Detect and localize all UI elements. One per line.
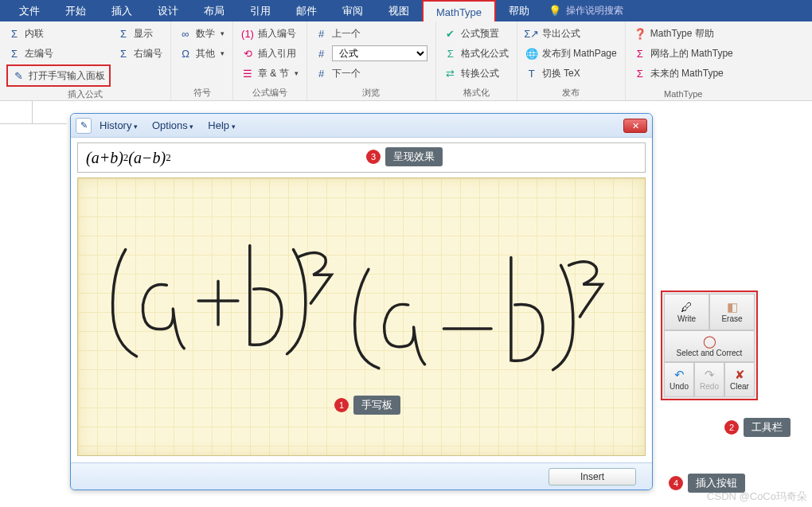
cmd-next[interactable]: #下一个 xyxy=(314,64,429,82)
group-label: 插入公式 xyxy=(6,87,164,100)
hash-icon: # xyxy=(315,67,328,80)
cmd-toggle-tex[interactable]: T切换 TeX xyxy=(524,64,619,82)
badge-2: 2 xyxy=(724,420,739,435)
tab-layout[interactable]: 布局 xyxy=(191,0,237,21)
tex-icon: T xyxy=(525,67,538,80)
tab-review[interactable]: 审阅 xyxy=(330,0,376,21)
hw-bottom-bar: Insert xyxy=(71,462,652,489)
cmd-formula-preset[interactable]: ✔公式预置 xyxy=(443,25,510,42)
tool-write[interactable]: 🖊Write xyxy=(664,294,709,330)
hw-menu-help[interactable]: Help xyxy=(208,119,235,131)
cmd-chapter-section[interactable]: ☰章 & 节▾ xyxy=(240,64,300,82)
tab-insert[interactable]: 插入 xyxy=(99,0,145,21)
group-label: 发布 xyxy=(524,85,619,99)
cmd-left-number[interactable]: Σ左编号 xyxy=(6,45,111,62)
badge-3: 3 xyxy=(366,150,381,164)
tell-me-search[interactable]: 💡 操作说明搜索 xyxy=(548,4,623,18)
ribbon-body: Σ内联 Σ左编号 ✎打开手写输入面板 Σ显示 Σ右编号 插入公式 ∞数学▾ Ω其… xyxy=(0,21,812,101)
cmd-insert-number[interactable]: (1)插入编号 xyxy=(240,25,300,42)
tab-help[interactable]: 帮助 xyxy=(496,0,542,21)
badge-1: 1 xyxy=(334,398,349,412)
watermark: CSDN @CoCo玛奇朵 xyxy=(707,489,807,504)
handwriting-icon: ✎ xyxy=(12,69,25,82)
tab-design[interactable]: 设计 xyxy=(145,0,191,21)
hash-icon: # xyxy=(315,47,328,60)
lightbulb-icon: 💡 xyxy=(548,5,561,17)
group-format: ✔公式预置 Σ格式化公式 ⇄转换公式 格式化 xyxy=(436,21,517,100)
highlight-open-handwriting: ✎打开手写输入面板 xyxy=(6,64,111,87)
hash-icon: # xyxy=(315,27,328,40)
formula-dropdown[interactable]: 公式 xyxy=(332,45,427,61)
cmd-other-symbols[interactable]: Ω其他▾ xyxy=(178,45,226,62)
hw-app-icon: ✎ xyxy=(76,118,92,134)
cmd-inline[interactable]: Σ内联 xyxy=(6,25,111,42)
ribbon-tabs: 文件 开始 插入 设计 布局 引用 邮件 审阅 视图 MathType 帮助 💡… xyxy=(0,0,812,21)
cmd-insert-reference[interactable]: ⟲插入引用 xyxy=(240,45,300,62)
group-browse: #上一个 #公式 #下一个 浏览 xyxy=(307,21,436,100)
group-label: 符号 xyxy=(178,85,226,99)
group-label: 浏览 xyxy=(314,85,429,99)
convert-icon: ⇄ xyxy=(444,67,457,80)
group-symbols: ∞数学▾ Ω其他▾ 符号 xyxy=(171,21,233,100)
callout-label: 手写板 xyxy=(353,396,400,415)
page-edge xyxy=(0,123,67,124)
cmd-display[interactable]: Σ显示 xyxy=(115,25,164,42)
sigma-icon: Σ xyxy=(117,27,130,40)
group-label: 公式编号 xyxy=(240,85,300,99)
tool-redo[interactable]: ↷Redo xyxy=(694,362,724,397)
badge-4: 4 xyxy=(669,476,683,490)
group-insert-formula: Σ内联 Σ左编号 ✎打开手写输入面板 Σ显示 Σ右编号 插入公式 xyxy=(0,21,171,100)
tool-clear[interactable]: ✘Clear xyxy=(724,362,755,397)
close-button[interactable]: ✕ xyxy=(623,119,647,133)
web-icon: Σ xyxy=(634,47,646,60)
reference-icon: ⟲ xyxy=(241,47,254,60)
globe-icon: 🌐 xyxy=(525,47,538,60)
callout-label: 呈现效果 xyxy=(385,147,443,166)
hw-titlebar[interactable]: ✎ History Options Help ✕ xyxy=(71,114,652,138)
cmd-formula-select[interactable]: #公式 xyxy=(314,45,429,62)
cmd-mathtype-future[interactable]: Σ未来的 MathType xyxy=(632,64,735,82)
tab-home[interactable]: 开始 xyxy=(53,0,99,21)
list-icon: ☰ xyxy=(241,67,254,80)
cmd-mathtype-web[interactable]: Σ网络上的 MathType xyxy=(632,45,735,62)
cmd-format-formula[interactable]: Σ格式化公式 xyxy=(443,45,510,62)
redo-icon: ↷ xyxy=(705,369,715,380)
cmd-mathtype-help[interactable]: ❓MathType 帮助 xyxy=(632,25,735,42)
callout-2: 2 工具栏 xyxy=(724,418,791,437)
group-equation-number: (1)插入编号 ⟲插入引用 ☰章 & 节▾ 公式编号 xyxy=(233,21,307,100)
group-label: 格式化 xyxy=(443,85,510,99)
hw-menu-history[interactable]: History xyxy=(100,119,138,131)
cmd-previous[interactable]: #上一个 xyxy=(314,25,429,42)
tool-erase[interactable]: ◧Erase xyxy=(709,294,755,330)
tool-undo[interactable]: ↶Undo xyxy=(664,362,694,397)
group-mathtype: ❓MathType 帮助 Σ网络上的 MathType Σ未来的 MathTyp… xyxy=(626,21,741,100)
infinity-icon: ∞ xyxy=(179,27,192,40)
group-publish: Σ↗导出公式 🌐发布到 MathPage T切换 TeX 发布 xyxy=(517,21,626,100)
sigma-icon: Σ xyxy=(8,27,21,40)
cmd-open-handwriting[interactable]: ✎打开手写输入面板 xyxy=(10,67,107,84)
cmd-math-symbols[interactable]: ∞数学▾ xyxy=(178,25,226,42)
recognition-result: (a + b)2(a − b)2 xyxy=(77,142,646,173)
tab-mathtype[interactable]: MathType xyxy=(422,0,496,21)
cmd-publish-mathpage[interactable]: 🌐发布到 MathPage xyxy=(524,45,619,62)
tab-view[interactable]: 视图 xyxy=(376,0,422,21)
chevron-down-icon: ▾ xyxy=(221,49,224,57)
tool-select-correct[interactable]: ◯Select and Correct xyxy=(664,330,755,362)
number-icon: (1) xyxy=(241,27,254,40)
omega-icon: Ω xyxy=(179,47,192,60)
tab-file[interactable]: 文件 xyxy=(6,0,53,21)
callout-3: 3 呈现效果 xyxy=(366,147,443,166)
insert-button[interactable]: Insert xyxy=(548,468,636,486)
hw-menu-options[interactable]: Options xyxy=(152,119,193,131)
cmd-convert-formula[interactable]: ⇄转换公式 xyxy=(443,64,510,82)
cmd-right-number[interactable]: Σ右编号 xyxy=(115,45,164,62)
tab-references[interactable]: 引用 xyxy=(237,0,283,21)
check-icon: ✔ xyxy=(444,27,457,40)
chevron-down-icon: ▾ xyxy=(221,29,224,37)
sigma-icon: Σ xyxy=(444,47,457,60)
tab-mailings[interactable]: 邮件 xyxy=(283,0,330,21)
eraser-icon: ◧ xyxy=(727,301,738,313)
help-icon: ❓ xyxy=(634,27,646,40)
sigma-icon: Σ xyxy=(8,47,21,60)
cmd-export[interactable]: Σ↗导出公式 xyxy=(524,25,619,42)
